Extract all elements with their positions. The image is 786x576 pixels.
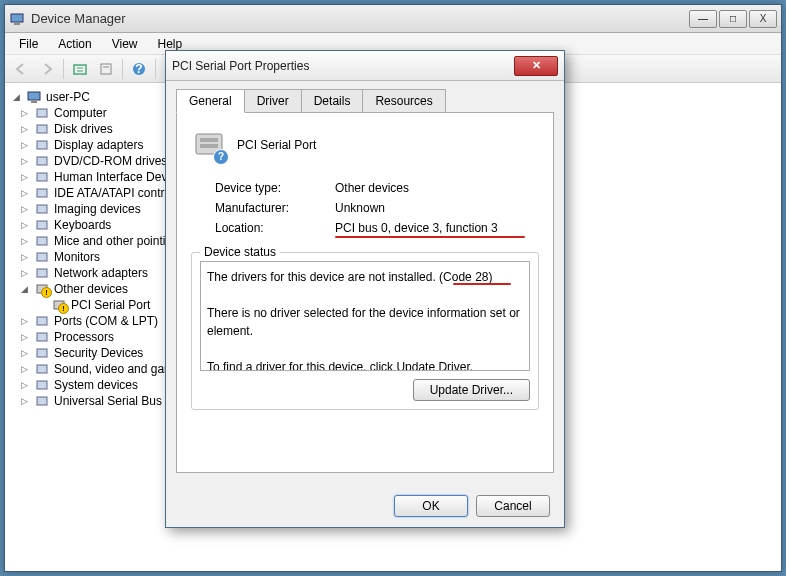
tree-node-label: Network adapters [54, 266, 148, 280]
expand-icon[interactable]: ▷ [19, 220, 30, 231]
expand-icon[interactable]: ▷ [19, 268, 30, 279]
svg-rect-23 [54, 301, 64, 309]
svg-rect-14 [37, 157, 47, 165]
device-status-textbox[interactable]: The drivers for this device are not inst… [200, 261, 530, 371]
separator [122, 59, 123, 79]
svg-rect-2 [74, 65, 86, 74]
tab-general[interactable]: General [176, 89, 245, 113]
device-category-icon [34, 362, 50, 376]
minimize-button[interactable]: — [689, 10, 717, 28]
menu-file[interactable]: File [9, 35, 48, 53]
properties-button[interactable] [94, 58, 118, 80]
expand-icon[interactable]: ▷ [19, 396, 30, 407]
expand-icon[interactable]: ▷ [19, 332, 30, 343]
update-driver-button[interactable]: Update Driver... [413, 379, 530, 401]
manufacturer-value: Unknown [335, 201, 539, 215]
tab-driver[interactable]: Driver [244, 89, 302, 112]
expand-icon[interactable]: ▷ [19, 236, 30, 247]
tree-node-label: Display adapters [54, 138, 143, 152]
status-line-1: The drivers for this device are not inst… [207, 268, 523, 286]
dialog-body: General Driver Details Resources PCI Ser… [166, 81, 564, 481]
device-large-icon [191, 127, 227, 163]
svg-rect-28 [37, 381, 47, 389]
device-category-icon [34, 378, 50, 392]
svg-rect-32 [200, 144, 218, 148]
expand-icon[interactable]: ▷ [19, 156, 30, 167]
show-hidden-button[interactable] [68, 58, 92, 80]
device-category-icon [34, 330, 50, 344]
device-type-label: Device type: [215, 181, 335, 195]
help-button[interactable]: ? [127, 58, 151, 80]
expand-icon[interactable]: ▷ [19, 380, 30, 391]
expand-icon[interactable]: ▷ [19, 316, 30, 327]
svg-rect-10 [31, 101, 37, 103]
highlight-underline-icon [335, 236, 525, 238]
collapse-icon[interactable]: ◢ [19, 284, 30, 295]
separator [155, 59, 156, 79]
close-button[interactable]: X [749, 10, 777, 28]
device-category-icon [34, 250, 50, 264]
forward-button [35, 58, 59, 80]
svg-rect-1 [14, 23, 20, 25]
expand-icon[interactable]: ▷ [19, 172, 30, 183]
device-category-icon [34, 314, 50, 328]
device-name: PCI Serial Port [237, 138, 316, 152]
svg-rect-18 [37, 221, 47, 229]
tree-node-label: DVD/CD-ROM drives [54, 154, 167, 168]
expand-icon[interactable]: ▷ [19, 140, 30, 151]
titlebar[interactable]: Device Manager — □ X [5, 5, 781, 33]
device-type-value: Other devices [335, 181, 539, 195]
device-category-icon [34, 170, 50, 184]
svg-rect-17 [37, 205, 47, 213]
expand-icon[interactable]: ▷ [19, 364, 30, 375]
device-category-icon [34, 394, 50, 408]
expand-icon[interactable]: ▷ [19, 252, 30, 263]
tree-node-label: Keyboards [54, 218, 111, 232]
device-category-icon [34, 154, 50, 168]
device-category-icon [34, 202, 50, 216]
menu-view[interactable]: View [102, 35, 148, 53]
svg-rect-25 [37, 333, 47, 341]
status-legend: Device status [200, 245, 280, 259]
expand-icon[interactable]: ▷ [19, 108, 30, 119]
status-line-2: There is no driver selected for the devi… [207, 304, 523, 340]
menu-action[interactable]: Action [48, 35, 101, 53]
separator [63, 59, 64, 79]
device-category-icon [34, 138, 50, 152]
tree-node-label: Processors [54, 330, 114, 344]
svg-rect-16 [37, 189, 47, 197]
cancel-button[interactable]: Cancel [476, 495, 550, 517]
expand-icon[interactable]: ▷ [19, 204, 30, 215]
tree-node-label: System devices [54, 378, 138, 392]
svg-rect-13 [37, 141, 47, 149]
svg-rect-26 [37, 349, 47, 357]
expand-icon[interactable]: ▷ [19, 124, 30, 135]
dialog-titlebar[interactable]: PCI Serial Port Properties ✕ [166, 51, 564, 81]
status-text-1: The drivers for this device are not inst… [207, 270, 492, 284]
ok-button[interactable]: OK [394, 495, 468, 517]
tree-node-label: PCI Serial Port [71, 298, 150, 312]
maximize-button[interactable]: □ [719, 10, 747, 28]
svg-rect-0 [11, 14, 23, 22]
svg-rect-12 [37, 125, 47, 133]
back-button [9, 58, 33, 80]
device-manager-icon [9, 11, 25, 27]
tab-resources[interactable]: Resources [362, 89, 445, 112]
expand-icon[interactable]: ▷ [19, 348, 30, 359]
device-warning-icon [51, 298, 67, 312]
collapse-icon[interactable]: ◢ [11, 92, 22, 103]
dialog-close-button[interactable]: ✕ [514, 56, 558, 76]
svg-rect-29 [37, 397, 47, 405]
svg-rect-31 [200, 138, 218, 142]
tab-details[interactable]: Details [301, 89, 364, 112]
expand-icon[interactable]: ▷ [19, 188, 30, 199]
device-status-group: Device status The drivers for this devic… [191, 252, 539, 410]
tree-node-label: Computer [54, 106, 107, 120]
svg-rect-27 [37, 365, 47, 373]
tree-root-label: user-PC [46, 90, 90, 104]
other-devices-icon [34, 282, 50, 296]
computer-icon [26, 90, 42, 104]
device-category-icon [34, 122, 50, 136]
location-text: PCI bus 0, device 3, function 3 [335, 221, 498, 235]
tab-content-general: PCI Serial Port Device type: Other devic… [176, 113, 554, 473]
